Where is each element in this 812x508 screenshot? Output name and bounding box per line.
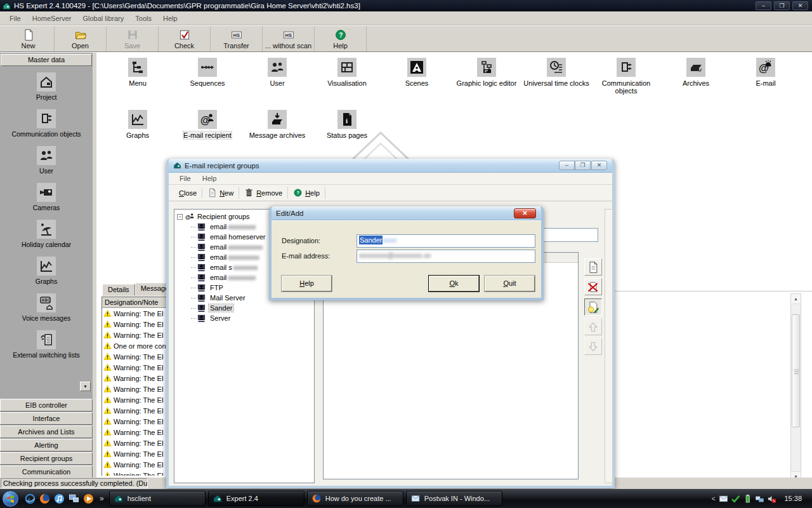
sidebar-section-button[interactable]: Communication xyxy=(0,465,93,478)
toolbar-button[interactable]: Save xyxy=(107,26,159,51)
help-button[interactable]: Help xyxy=(282,276,332,291)
dialog-toolbar-button[interactable]: Remove xyxy=(239,187,288,199)
sidebar-section-button[interactable]: EIB controller xyxy=(0,399,93,411)
email-address-input[interactable]: xxxxxxxx@xxxxxxxx.xx xyxy=(357,250,535,263)
sidebar-item[interactable]: ABC Voice messages xyxy=(0,289,93,326)
menu-item[interactable]: File xyxy=(4,13,27,23)
workspace-icon[interactable]: User xyxy=(242,58,312,95)
add-entry-button[interactable] xyxy=(584,258,602,276)
workspace-icon[interactable]: i Status pages xyxy=(312,110,382,139)
start-button[interactable] xyxy=(2,490,19,507)
move-up-button[interactable] xyxy=(584,318,602,335)
minimize-button[interactable]: – xyxy=(756,1,771,10)
taskbar-task-button[interactable]: Postvak IN - Windo... xyxy=(406,491,502,506)
restore-button[interactable]: ❐ xyxy=(774,1,790,10)
sidebar-header[interactable]: Master data xyxy=(1,54,92,66)
workspace-icon[interactable]: Message archives xyxy=(242,110,312,139)
menu-item[interactable]: Global library xyxy=(77,13,129,23)
sidebar-section-button[interactable]: Archives and Lists xyxy=(0,425,93,438)
workspace-icon[interactable]: @ E-mail recipient xyxy=(173,110,242,139)
close-button[interactable]: ✕ xyxy=(792,1,808,10)
itunes-icon[interactable] xyxy=(53,493,65,505)
holiday-icon xyxy=(37,220,56,239)
toolbar-button[interactable]: New xyxy=(3,26,55,51)
scroll-down-arrow[interactable]: ▼ xyxy=(791,471,801,478)
ok-button[interactable]: Ok xyxy=(429,276,479,291)
taskbar-task-button[interactable]: hsclient xyxy=(109,491,206,506)
tray-expand-chevron[interactable]: < xyxy=(712,495,716,502)
ie-icon[interactable]: e xyxy=(24,493,36,505)
dialog-menu-item[interactable]: File xyxy=(174,174,197,183)
sidebar-item[interactable]: User xyxy=(0,142,93,178)
dialog-toolbar-button[interactable]: New xyxy=(202,187,239,199)
dialog-title: E-mail recipient groups xyxy=(185,162,259,170)
sidebar-section-button[interactable]: Interface xyxy=(0,412,93,425)
tree-item[interactable]: Server xyxy=(177,313,314,323)
quick-launch-overflow[interactable]: » xyxy=(100,494,104,503)
menu-item[interactable]: Tools xyxy=(129,13,157,23)
sidebar-scroll-down-button[interactable]: ▼ xyxy=(80,382,91,391)
workspace-icon[interactable]: @ E-mail xyxy=(731,58,801,95)
sidebar-item[interactable]: Project xyxy=(0,68,93,105)
workspace-icon[interactable]: Communication objects xyxy=(591,58,661,95)
workspace-icon[interactable]: Archives xyxy=(661,58,731,95)
sidebar-section-button[interactable]: Recipient groups xyxy=(0,452,93,465)
dialog-toolbar-button[interactable]: Close xyxy=(174,188,202,198)
status-page-icon: i xyxy=(337,110,357,129)
workspace-icon[interactable]: Sequences xyxy=(173,58,242,95)
sidebar-item[interactable]: Holiday calendar xyxy=(0,215,93,252)
delete-entry-button[interactable] xyxy=(584,278,602,295)
tr-net-icon[interactable] xyxy=(755,494,764,504)
toolbar-button[interactable]: Check xyxy=(159,26,211,51)
pcs-icon[interactable] xyxy=(68,493,80,505)
warning-icon xyxy=(103,374,112,382)
menu-item[interactable]: Help xyxy=(157,13,183,23)
edit-close-button[interactable]: ✕ xyxy=(514,208,536,218)
workspace-icon[interactable]: Universal time clocks xyxy=(521,58,591,95)
taskbar-task-button[interactable]: How do you create ... xyxy=(307,491,403,506)
move-down-button[interactable] xyxy=(584,338,602,355)
dialog-scrollbar[interactable] xyxy=(605,209,613,483)
tr-mail-icon[interactable] xyxy=(719,494,728,504)
taskbar-task-button[interactable]: Expert 2.4 xyxy=(208,491,304,506)
tab-details[interactable]: Details xyxy=(102,284,135,296)
firefox-icon[interactable] xyxy=(39,493,51,505)
workspace-icon[interactable]: Scenes xyxy=(382,58,452,95)
dialog-menu-item[interactable]: Help xyxy=(197,174,223,183)
sidebar-item[interactable]: Communication objects xyxy=(0,105,93,142)
collapse-icon[interactable]: − xyxy=(177,214,183,220)
tr-batt-icon[interactable] xyxy=(743,494,752,504)
tr-green-icon[interactable] xyxy=(731,494,740,504)
dialog-restore-button[interactable]: ❐ xyxy=(575,161,591,170)
sidebar-section-button[interactable]: Alerting xyxy=(0,439,93,451)
dialog-toolbar-button[interactable]: ? Help xyxy=(288,187,325,199)
menu-item[interactable]: HomeServer xyxy=(27,13,77,23)
scroll-thumb[interactable] xyxy=(792,314,800,427)
tr-mute-icon[interactable] xyxy=(767,494,776,504)
scroll-up-arrow[interactable]: ▲ xyxy=(791,294,801,304)
dialog-close-button[interactable]: ✕ xyxy=(591,161,607,170)
toolbar-button[interactable]: HS ... without scan xyxy=(263,26,315,51)
workspace-icon[interactable]: Graphic logic editor xyxy=(452,58,521,95)
sidebar-item[interactable]: External switching lists xyxy=(0,326,93,363)
ext-lists-icon xyxy=(37,330,56,349)
wmp-icon[interactable] xyxy=(82,493,95,505)
dialog-house-icon xyxy=(173,161,181,170)
main-toolbar: New Open Save Check HS Transfer xyxy=(0,26,812,52)
edit-entry-button[interactable] xyxy=(584,298,602,316)
sidebar-item[interactable]: Cameras xyxy=(0,178,93,215)
dialog-minimize-button[interactable]: – xyxy=(559,161,575,170)
svg-text:HS: HS xyxy=(233,32,239,37)
check-box-icon xyxy=(178,29,191,41)
toolbar-button[interactable]: HS Transfer xyxy=(211,26,263,51)
sidebar-item[interactable]: Graphs xyxy=(0,252,93,289)
designation-input[interactable]: Sanderxxxx xyxy=(357,234,535,248)
workspace-icon[interactable]: Visualisation xyxy=(312,58,382,95)
workspace-icon[interactable]: Graphs xyxy=(103,110,173,139)
quit-button[interactable]: Quit xyxy=(485,276,535,291)
toolbar-button[interactable]: ? Help xyxy=(315,26,367,51)
tree-item[interactable]: Sander xyxy=(177,303,314,313)
toolbar-button[interactable]: Open xyxy=(55,26,107,51)
vertical-scrollbar[interactable]: ▲ ▼ xyxy=(790,293,801,478)
workspace-icon[interactable]: Menu xyxy=(103,58,173,95)
